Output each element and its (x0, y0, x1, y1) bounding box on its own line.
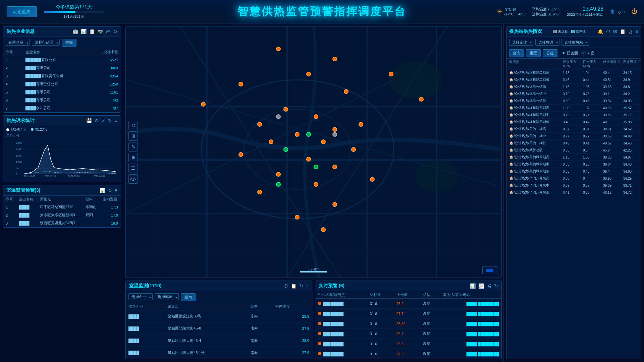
hs-col-rp: 回水压力 MPa (583, 60, 603, 68)
header-days: 今冬供热第171天 171天/151天 (44, 4, 104, 19)
rm-query-btn[interactable]: 查询 (181, 293, 196, 301)
hs-reset-btn[interactable]: 重置 (526, 49, 541, 57)
ra-icon1: 📊 (470, 283, 476, 289)
svg-text:2,500: 2,500 (16, 141, 22, 144)
list-item: 🏠/众信热力/美的二期低 0.49 0.41 40.62 34.43 ▼ (506, 140, 641, 147)
table-row: 2████有限公司3869 (3, 64, 121, 72)
hs-company-select[interactable]: 选择企业 (509, 39, 533, 46)
map-btn-locate[interactable]: ◎ (128, 121, 138, 130)
district-select[interactable]: 选择行政区 (32, 39, 60, 46)
roomtemp-icons: 📊 ↻ ≡ (100, 188, 117, 193)
map-container: ◎ ⊞ ✎ ⊕ ☰ ◁▷ (125, 26, 502, 278)
hs-icon1: 🔔 (597, 29, 603, 34)
legend-unreach: 未达标 (558, 29, 568, 33)
complaints-icons: 💾 ⊙ ✓ ↻ ≡ (86, 118, 117, 123)
hs-station-wrapper: 选择换热站 (561, 39, 589, 46)
svg-text:2022-03-31: 2022-03-31 (94, 175, 105, 177)
roomtemp-icon1: 📊 (100, 188, 105, 193)
left-panel: 供热企业信息 🏢 📊 📋 📷 🗃 ↻ 选择企业 (0, 23, 124, 362)
ra-col-company: 企业名称/监测点 (315, 291, 367, 299)
svg-text:2022-01-20: 2022-01-20 (68, 175, 79, 177)
rm-refresh[interactable]: ↻ (299, 283, 303, 289)
complaints-icon2: ⊙ (95, 118, 99, 123)
rt-col-temp: 室内温度 (100, 196, 121, 203)
right-panel: 换热站供热情况 未达标 临界值 🔔 ⏱ ✉ 📋 🖨 ≡ 选择企业 (503, 23, 644, 362)
table-row: ████████ 31.6 27.9 温度 ████ ████████ (315, 349, 501, 359)
rm-address-select[interactable]: 选择地址 (155, 293, 179, 300)
map-btn-menu[interactable]: ☰ (128, 164, 138, 173)
complaints-icon3: ✓ (101, 118, 105, 123)
enterprise-query-btn[interactable]: 查询 (62, 39, 76, 47)
header: 动态监测 今冬供热第171天 171天/151天 智慧供热监管预警指挥调度平台 … (0, 0, 644, 23)
avg-temp-block: 平均温度 -11.5°C 达标温度 31.6°C (532, 7, 560, 17)
heat-legend: 未达标 临界值 (553, 29, 586, 34)
enterprise-refresh[interactable]: ↻ (113, 29, 117, 34)
detected-label: ▶ 已监测 (562, 51, 578, 56)
roomtemp-refresh[interactable]: ↻ (108, 188, 112, 193)
complaints-legend: 12345-1-4 雪12345 (3, 126, 121, 133)
power-button[interactable]: ⏻ (631, 8, 637, 15)
list-item: 🏠/众信热力/远洋公馆中 0.79 0.78 39.1 34.2 — (506, 90, 641, 98)
map-scale: 0 2 4km (300, 267, 327, 273)
complaints-refresh[interactable]: ↻ (108, 118, 112, 123)
enterprise-filter: 选择企业 选择行政区 查询 (3, 37, 121, 49)
table-row: 2████大东区大东区建新街3...双阳17.0 (3, 211, 121, 219)
room-monitor-section: 室温监测(1710) ⏱ 📋 ↻ ≡ 选择企业 (125, 281, 312, 359)
rm-col-point: 采集点 (165, 303, 248, 310)
col-no: 序号 (3, 49, 23, 56)
svg-text:2021-12-10: 2021-12-10 (44, 175, 56, 177)
temp-range: -9°C 最 (504, 7, 525, 12)
ra-refresh[interactable]: ↻ (494, 283, 498, 289)
company-select-wrapper: 选择企业 (6, 39, 30, 47)
hs-public-btn[interactable]: 公建 (543, 49, 557, 57)
roomtemp-list[interactable]: ≡ (115, 188, 117, 193)
rm-col-temp: 室内温度 (273, 303, 312, 310)
table-row: 1████和平区马总南区21#1...东南山17.3 (3, 203, 121, 211)
legend2: 雪12345 (35, 128, 48, 131)
hs-col-sp: 供水压力 MPa (563, 60, 583, 68)
map-btn-edit[interactable]: ✎ (128, 142, 138, 152)
hs-query-btn[interactable]: 查询 (509, 49, 524, 57)
company-select[interactable]: 选择企业 (6, 39, 30, 46)
list-item: 🏠/众信热力/远洋公馆高 1.15 1.08 39.36 34.8 — (506, 83, 641, 90)
table-row: ████皇姑区北陵大街45-1号南向27.9 (126, 347, 312, 359)
map-btn-add[interactable]: ⊕ (128, 153, 138, 162)
hs-station-select[interactable]: 选择换热站 (561, 39, 589, 46)
map-btn-grid[interactable]: ⊞ (128, 131, 138, 141)
user-icon: 👤 (610, 9, 615, 14)
realtime-alert-section: 实时预警 (6) 📊 📈 🖨 ↻ 企业名称/监测点 达标量 上仲值 (315, 281, 502, 359)
hs-list[interactable]: ≡ (636, 29, 638, 34)
days-label: 今冬供热第171天 (44, 4, 104, 10)
detected-count: 3007 座 (581, 51, 594, 56)
district-select-wrapper: 选择行政区 (32, 39, 60, 47)
enterprise-icon1: 🏢 (72, 29, 78, 34)
svg-point-35 (388, 61, 442, 99)
complaints-list[interactable]: ≡ (115, 118, 117, 123)
list-item: 🏠/众信热力/橡树湾二期高 1.13 1.04 40.4 34.15 ▲ (506, 69, 641, 76)
enterprise-icon2: 📊 (81, 29, 87, 34)
list-item: 🏠/众信热力/美的城四期中 0.83 0.76 39.04 34.43 — (506, 161, 641, 168)
table-row: 5████有限公司1161 (3, 88, 121, 96)
enterprise-icons: 🏢 📊 📋 📷 🗃 ↻ (72, 29, 117, 34)
enterprise-section: 供热企业信息 🏢 📊 📋 📷 🗃 ↻ 选择企业 (3, 26, 121, 113)
ra-col-contact: 联系人/联系电话 (441, 291, 501, 299)
realtime-alert-title: 实时预警 (6) (319, 283, 344, 289)
rm-icon1: ⏱ (283, 283, 288, 289)
rt-col-no: 序号 (3, 196, 16, 203)
target-temp: 达标温度 31.6°C (532, 12, 560, 17)
rm-list[interactable]: ≡ (306, 283, 309, 289)
weather-temps: -9°C 最 -17°C ~ -6°C (504, 7, 525, 16)
heat-station-title: 换热站供热情况 (509, 28, 542, 35)
table-row: ████████ 31.6 26.82 温度 ████ ████████ (315, 319, 501, 329)
map-btn-nav[interactable]: ◁▷ (128, 174, 138, 184)
table-row: 4████有限责任公司1250 (3, 80, 121, 88)
list-item: 🏠/众信热力/华润八号院中 0.59 0.57 39.09 33.71 — (506, 182, 641, 189)
rm-address-wrapper: 选择地址 (155, 293, 179, 301)
username: sgnb (616, 10, 625, 14)
rt-col-point: 采集点 (37, 196, 83, 203)
heat-station-filter2: 查询 重置 公建 ▶ 已监测 3007 座 (506, 48, 641, 59)
current-date: 2022年4月21日星期四 (567, 12, 603, 17)
hs-source-select[interactable]: 选择热源 (535, 39, 559, 46)
rm-company-select[interactable]: 选择企业 (128, 293, 153, 300)
monitor-button[interactable]: 动态监测 (7, 6, 37, 17)
